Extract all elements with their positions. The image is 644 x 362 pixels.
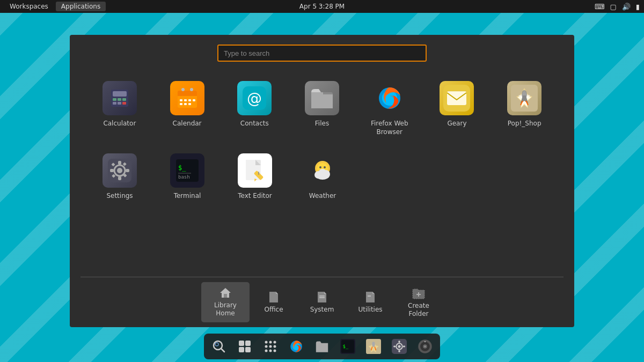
utilities-label: Utilities [358,306,382,314]
svg-rect-10 [178,94,197,96]
svg-rect-73 [239,341,244,346]
category-create-folder[interactable]: Create Folder [394,282,443,323]
svg-rect-76 [245,347,251,352]
app-row-1: Settings $_ bash Terminal [86,145,558,209]
texteditor-label: Text Editor [238,192,272,201]
app-calendar[interactable]: Calendar [153,72,221,145]
taskbar-grid[interactable] [233,335,257,358]
applications-button[interactable]: Applications [56,2,106,11]
popshop-icon-wrap [507,81,541,115]
taskbar-files[interactable] [310,335,334,358]
app-texteditor[interactable]: Text Editor [221,145,289,209]
system-label: System [310,306,334,314]
terminal-icon-wrap: $_ bash [170,153,204,188]
files-icon-wrap [305,81,339,115]
taskbar-popshop[interactable] [362,335,385,358]
svg-rect-29 [447,91,466,105]
files-label: Files [315,120,329,128]
firefox-icon-wrap [372,81,407,115]
category-office[interactable]: Office [250,286,298,319]
app-weather[interactable]: Weather [289,145,356,209]
svg-rect-24 [311,92,323,95]
svg-point-105 [425,341,426,343]
taskbar-settings[interactable] [387,335,411,358]
svg-rect-6 [118,102,121,105]
utilities-icon [364,291,377,304]
svg-point-59 [324,166,326,168]
popshop-label: Pop!_Shop [508,120,541,128]
app-row-0: Calculator [86,72,558,145]
settings-label: Settings [106,192,133,201]
geary-icon [440,81,474,115]
geary-label: Geary [447,120,466,128]
calculator-icon [103,81,137,115]
svg-rect-98 [398,350,400,352]
svg-rect-40 [110,169,114,172]
weather-label: Weather [309,192,336,201]
geary-icon-wrap [440,81,474,115]
svg-point-58 [319,166,321,168]
calendar-icon [170,81,204,115]
home-icon [219,286,232,299]
volume-icon[interactable]: 🔊 [622,3,631,11]
svg-rect-19 [188,103,191,105]
calendar-label: Calendar [173,120,202,128]
battery-icon[interactable]: ▮ [636,3,640,11]
svg-point-79 [274,341,276,344]
taskbar-firefox[interactable] [284,335,308,358]
svg-rect-97 [398,341,400,343]
category-system[interactable]: System [298,286,346,319]
svg-point-12 [190,88,193,91]
svg-point-84 [269,350,272,352]
svg-point-93 [372,342,375,347]
svg-rect-3 [118,98,121,101]
svg-line-71 [221,349,224,352]
svg-rect-14 [184,99,187,101]
svg-point-81 [269,345,272,348]
taskbar-media[interactable] [413,335,437,358]
app-popshop[interactable]: Pop!_Shop [491,72,558,145]
keyboard-icon[interactable]: ⌨ [595,3,605,11]
taskbar: $_ [204,334,440,359]
window-icon[interactable]: ▢ [610,3,617,11]
category-bar: Library Home Office System Utilities [191,277,453,327]
calculator-label: Calculator [103,120,136,128]
svg-rect-15 [188,99,191,101]
search-input[interactable] [217,45,427,62]
app-firefox[interactable]: Firefox Web Browser [356,72,423,145]
taskbar-apps-grid[interactable] [259,335,282,358]
svg-rect-41 [126,169,129,172]
svg-point-82 [274,345,276,348]
calculator-icon-wrap [103,81,137,115]
svg-point-37 [117,168,122,173]
app-geary[interactable]: Geary [423,72,491,145]
app-files[interactable]: Files [288,72,356,145]
svg-rect-7 [122,102,126,105]
svg-text:bash: bash [178,174,190,180]
svg-rect-74 [245,341,251,346]
popshop-icon [507,81,541,115]
svg-point-63 [318,169,327,178]
workspaces-button[interactable]: Workspaces [4,2,54,11]
category-utilities[interactable]: Utilities [346,286,394,319]
svg-point-72 [215,343,218,346]
svg-rect-18 [184,103,187,105]
svg-rect-75 [239,347,244,352]
library-home-label: Library Home [204,301,247,318]
taskbar-search[interactable] [207,335,231,358]
app-settings[interactable]: Settings [86,145,153,209]
svg-rect-4 [122,98,126,101]
contacts-icon: @ [237,81,272,115]
app-calculator[interactable]: Calculator [86,72,153,145]
category-library-home[interactable]: Library Home [201,282,250,322]
svg-rect-100 [403,345,405,347]
svg-rect-16 [193,99,195,101]
terminal-label: Terminal [174,192,201,201]
taskbar-terminal[interactable]: $_ [336,335,360,358]
app-contacts[interactable]: @ Contacts [221,72,288,145]
svg-point-83 [265,350,268,352]
app-terminal[interactable]: $_ bash Terminal [153,145,221,209]
files-icon [305,81,339,115]
panel-datetime: Apr 5 3:28 PM [299,3,345,10]
svg-rect-1 [113,91,127,97]
